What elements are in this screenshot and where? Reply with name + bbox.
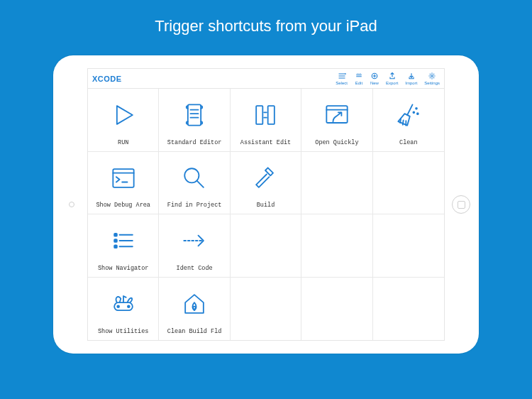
- toolbar-label: Export: [386, 81, 398, 85]
- edit-icon: [355, 72, 363, 81]
- cell-standard-editor[interactable]: Standard Editor: [159, 89, 230, 152]
- cell-label: Standard Editor: [167, 139, 222, 148]
- cell-find-in-project[interactable]: Find in Project: [159, 152, 230, 215]
- cell-empty: [373, 152, 444, 215]
- app-screen: XCODE Select Edit New Export: [87, 68, 445, 341]
- toolbar-import[interactable]: Import: [405, 72, 417, 85]
- svg-point-17: [193, 307, 196, 310]
- toolbar-label: Settings: [424, 81, 440, 85]
- cell-label: Assistant Edit: [240, 139, 291, 148]
- cell-label: Open Quickly: [315, 139, 358, 148]
- cell-label: Show Utilities: [98, 328, 148, 337]
- svg-rect-3: [257, 106, 263, 124]
- cell-clean-build-fld[interactable]: Clean Build Fld: [159, 278, 230, 341]
- svg-rect-13: [114, 246, 117, 248]
- cell-label: Show Debug Area: [96, 202, 150, 211]
- toolbar-select[interactable]: Select: [336, 72, 348, 85]
- settings-icon: [428, 72, 436, 81]
- svg-rect-9: [113, 169, 133, 187]
- cell-open-quickly[interactable]: Open Quickly: [301, 89, 372, 152]
- shortcut-grid: RUN Standard Editor Assistant Edit Open …: [88, 89, 444, 340]
- toolbar-label: Select: [336, 81, 348, 85]
- import-icon: [407, 72, 416, 81]
- cell-label: Find in Project: [167, 202, 222, 211]
- cell-show-navigator[interactable]: Show Navigator: [88, 214, 159, 278]
- ipad-frame: XCODE Select Edit New Export: [53, 55, 479, 354]
- cell-label: Clean: [399, 139, 418, 148]
- cell-clean[interactable]: Clean: [373, 89, 444, 152]
- svg-point-8: [413, 112, 414, 114]
- toolbar-export[interactable]: Export: [386, 72, 398, 85]
- toolbar-label: Import: [405, 81, 417, 85]
- cell-label: Show Navigator: [98, 265, 148, 274]
- headline: Trigger shortcuts from your iPad: [0, 0, 532, 35]
- hammer-icon: [233, 155, 298, 202]
- cell-run[interactable]: RUN: [88, 89, 159, 152]
- svg-rect-12: [114, 239, 117, 242]
- magnify-icon: [162, 155, 226, 202]
- scroll-icon: [162, 92, 226, 139]
- terminal-icon: [91, 155, 155, 202]
- svg-point-6: [416, 108, 417, 109]
- top-bar: XCODE Select Edit New Export: [88, 69, 444, 89]
- cell-label: RUN: [118, 139, 128, 148]
- toolbar-label: Edit: [355, 81, 362, 85]
- svg-point-15: [117, 306, 119, 308]
- list-icon: [91, 217, 155, 265]
- ipad-camera: [69, 202, 74, 207]
- cell-build[interactable]: Build: [231, 152, 301, 215]
- cell-label: Ident Code: [177, 265, 213, 274]
- svg-rect-2: [188, 105, 201, 126]
- svg-point-16: [128, 306, 130, 308]
- ipad-home-button[interactable]: [452, 195, 470, 214]
- svg-rect-11: [114, 234, 117, 236]
- toolbar: Select Edit New Export Import: [336, 72, 440, 85]
- export-icon: [388, 72, 397, 81]
- svg-point-7: [417, 114, 419, 115]
- cell-show-debug-area[interactable]: Show Debug Area: [88, 152, 159, 215]
- cell-empty: [231, 278, 301, 341]
- cell-empty: [301, 152, 372, 215]
- svg-rect-4: [268, 106, 275, 124]
- columns-icon: [233, 92, 298, 139]
- cell-empty: [231, 214, 301, 278]
- cell-empty: [373, 214, 444, 278]
- open-quickly-icon: [304, 92, 369, 139]
- cell-ident-code[interactable]: Ident Code: [159, 214, 230, 278]
- cell-assistant-edit[interactable]: Assistant Edit: [231, 89, 301, 152]
- swiss-knife-icon: [91, 280, 155, 329]
- svg-point-1: [431, 75, 433, 77]
- select-icon: [338, 72, 346, 81]
- cell-show-utilities[interactable]: Show Utilities: [88, 278, 159, 341]
- app-title: XCODE: [92, 75, 122, 83]
- play-icon: [91, 92, 155, 139]
- new-icon: [370, 72, 379, 81]
- cell-label: Build: [257, 202, 275, 211]
- cell-label: Clean Build Fld: [167, 328, 222, 337]
- broom-icon: [376, 92, 441, 139]
- cell-empty: [301, 278, 372, 341]
- toolbar-label: New: [370, 81, 379, 85]
- house-fire-icon: [162, 280, 226, 329]
- svg-rect-5: [326, 106, 347, 123]
- cell-empty: [301, 214, 372, 278]
- toolbar-settings[interactable]: Settings: [424, 72, 440, 85]
- cell-empty: [373, 278, 444, 341]
- toolbar-new[interactable]: New: [370, 72, 379, 85]
- toolbar-edit[interactable]: Edit: [355, 72, 363, 85]
- indent-arrow-icon: [162, 217, 226, 265]
